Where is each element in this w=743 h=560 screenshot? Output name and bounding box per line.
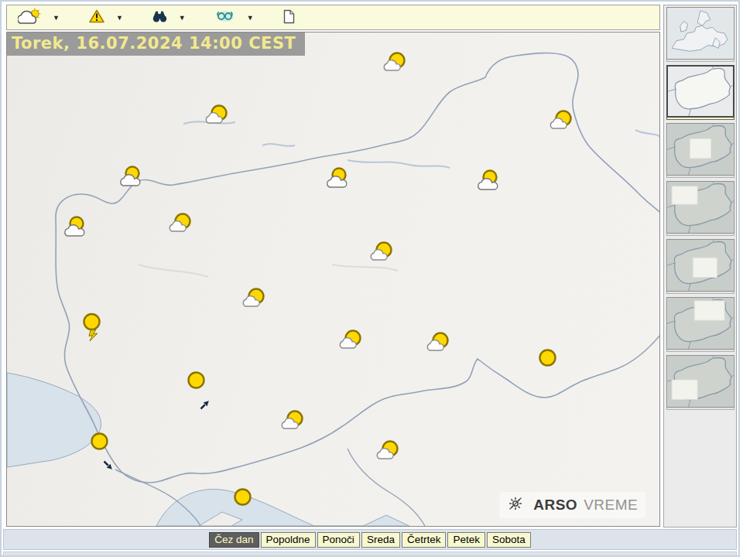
sidebar-item-evropa[interactable] [666, 7, 734, 62]
weather-station [81, 312, 107, 345]
weather-station [241, 287, 271, 312]
region-thumbnail-sv [666, 297, 734, 350]
sunny-icon [232, 487, 253, 510]
date-banner: Torek, 16.07.2024 14:00 CEST [7, 32, 305, 56]
region-thumbnail-evropa [666, 7, 734, 60]
toolbar-item-opozorila[interactable]: ▼ [89, 9, 123, 26]
region-thumbnail-jv [666, 239, 734, 292]
tab-sobota[interactable]: Sobota [487, 532, 531, 548]
binoculars-icon [152, 10, 167, 25]
sidebar-item-osrednja[interactable] [666, 123, 734, 178]
region-label [666, 350, 734, 352]
toolbar-item-modelska-napoved[interactable]: ▼ [152, 10, 186, 25]
sidebar-item-slovenija[interactable] [666, 65, 734, 120]
weather-station [369, 241, 399, 265]
tab-čez-dan[interactable]: Čez dan [209, 532, 259, 548]
mostly-sunny-icon [241, 287, 267, 312]
wind-arrow-ne-icon [198, 398, 212, 415]
arso-vreme-logo: ARSO VREME [499, 492, 645, 518]
region-label [666, 60, 734, 62]
weather-station [537, 347, 562, 371]
weather-station [168, 212, 197, 237]
weather-station [89, 431, 114, 455]
mostly-sunny-icon [549, 109, 574, 134]
region-label [666, 234, 734, 236]
region-label [666, 176, 734, 178]
observations-icon [215, 9, 235, 26]
mostly-sunny-icon [369, 241, 395, 265]
weather-station [549, 109, 578, 134]
weather-station [204, 104, 234, 128]
weather-station [382, 51, 412, 76]
wind-arrow-se-icon [101, 459, 115, 476]
region-thumbnail-osrednja [666, 123, 734, 176]
weather-station [232, 487, 257, 510]
toolbar-item-arhiv[interactable] [283, 9, 300, 26]
region-label [666, 408, 734, 410]
left-column: ▼▼▼▼ [6, 5, 660, 528]
chevron-down-icon: ▼ [53, 14, 60, 22]
weather-station [326, 167, 357, 192]
mostly-sunny-icon [375, 439, 401, 464]
chevron-down-icon: ▼ [179, 14, 186, 22]
sidebar-item-jz[interactable] [666, 355, 734, 410]
arso-sun-icon [507, 495, 524, 515]
sidebar-item-sz[interactable] [666, 181, 734, 236]
region-sidebar [663, 5, 737, 528]
partly-cloudy-icon [326, 167, 353, 192]
sidebar-item-sv[interactable] [666, 297, 734, 352]
weather-station [477, 169, 508, 194]
archive-icon [283, 9, 295, 26]
region-label [666, 292, 734, 294]
app-window: ▼▼▼▼ [0, 0, 740, 557]
sidebar-item-jv[interactable] [666, 239, 734, 294]
mostly-sunny-icon [338, 329, 364, 353]
region-label [666, 118, 734, 120]
partly-cloudy-icon [477, 169, 504, 194]
sunny-lightning-icon [81, 312, 103, 345]
tab-popoldne[interactable]: Popoldne [261, 532, 316, 548]
weather-station [338, 329, 368, 353]
time-tab-bar: Čez danPopoldnePonočiSredaČetrtekPetekSo… [3, 529, 737, 550]
warning-icon [89, 9, 104, 26]
partly-cloudy-icon [63, 216, 91, 241]
mostly-sunny-icon [426, 331, 451, 356]
mostly-sunny-icon [204, 104, 230, 128]
region-thumbnail-jz [666, 355, 734, 408]
region-thumbnail-sz [666, 181, 734, 234]
region-thumbnail-slovenija [666, 65, 734, 118]
weather-station [63, 216, 94, 241]
weather-station [375, 439, 405, 464]
tab-četrtek[interactable]: Četrtek [402, 532, 447, 548]
weather-station [119, 166, 150, 190]
weather-station [186, 370, 211, 394]
tab-petek[interactable]: Petek [447, 532, 485, 548]
footer-strip [3, 551, 737, 557]
sunny-icon [186, 370, 207, 394]
logo-suffix: VREME [584, 497, 638, 514]
top-row: ▼▼▼▼ [2, 2, 738, 528]
toolbar-item-trenutno-vreme[interactable]: ▼ [18, 8, 60, 27]
chevron-down-icon: ▼ [247, 14, 254, 22]
partly-cloudy-icon [119, 166, 146, 190]
mostly-sunny-icon [382, 51, 408, 76]
tab-sreda[interactable]: Sreda [361, 532, 400, 548]
toolbar-item-opazovanja[interactable]: ▼ [215, 9, 254, 26]
weather-station [280, 409, 310, 434]
mostly-sunny-icon [280, 409, 306, 434]
sunny-icon [537, 347, 558, 371]
logo-brand: ARSO [533, 497, 577, 514]
tab-ponoči[interactable]: Ponoči [317, 532, 360, 548]
weather-station [426, 331, 455, 356]
chevron-down-icon: ▼ [116, 14, 123, 22]
cloud-sun-icon [18, 8, 41, 27]
main-toolbar: ▼▼▼▼ [6, 5, 660, 30]
sunny-icon [89, 431, 110, 455]
weather-map[interactable]: Torek, 16.07.2024 14:00 CEST ARSO VREME [6, 32, 660, 527]
mostly-sunny-icon [168, 212, 193, 237]
